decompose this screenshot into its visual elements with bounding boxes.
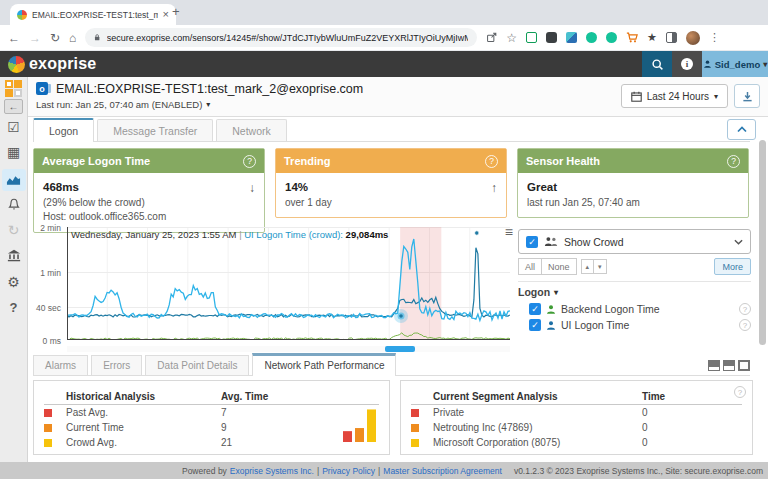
tab-message-transfer[interactable]: Message Transfer — [97, 119, 213, 141]
help-circle-icon[interactable]: ? — [739, 319, 751, 331]
sidebar-item-organization[interactable] — [0, 249, 27, 262]
tab-network-path-performance[interactable]: Network Path Performance — [252, 353, 396, 376]
series-label[interactable]: UI Logon Time — [561, 319, 629, 331]
dark-extension-icon[interactable] — [546, 32, 557, 43]
divider — [518, 281, 751, 282]
side-panel-icon[interactable] — [666, 32, 677, 43]
left-sidebar: ← ☑ ▦ ↻ ⚙ ? — [0, 77, 28, 462]
show-crowd-select[interactable]: ✓ Show Crowd — [518, 229, 751, 254]
person-icon — [546, 304, 556, 315]
series-group-logon[interactable]: Logon ▾ — [518, 286, 751, 298]
y-tick-label: 0 ms — [43, 336, 61, 346]
ui-logon-checkbox[interactable]: ✓ — [529, 319, 541, 331]
table-row: Private 0 — [411, 405, 742, 420]
y-tick-label: 40 sec — [36, 303, 61, 313]
row-value: 0 — [642, 407, 742, 418]
panel-half-icon[interactable] — [723, 360, 735, 371]
tooltip-date: Wednesday, January 25, 2023 1:55 AM — [71, 229, 236, 240]
help-circle-icon[interactable]: ? — [739, 303, 751, 315]
sidebar-item-settings[interactable]: ⚙ — [0, 275, 27, 289]
series-row-backend: ✓ Backend Logon Time ? — [518, 301, 751, 317]
sidebar-item-help[interactable]: ? — [0, 301, 27, 314]
browser-toolbar: ← → ↻ ⌂ secure.exoprise.com/sensors/1424… — [0, 25, 768, 51]
footer-link-privacy[interactable]: Privacy Policy — [322, 466, 375, 476]
last-run-text: Last run: Jan 25, 07:40 am (ENABLED) — [36, 99, 202, 110]
user-menu[interactable]: Sid_demo ▾ — [702, 51, 768, 77]
share-icon[interactable] — [486, 32, 497, 43]
browser-menu-icon[interactable]: ⋮ — [709, 31, 720, 44]
bookmark-star-icon[interactable]: ☆ — [506, 32, 517, 44]
sync-icon: ↻ — [8, 223, 20, 237]
select-all-button[interactable]: All — [518, 258, 542, 275]
sidebar-item-tasks[interactable]: ☑ — [0, 120, 27, 134]
address-bar[interactable]: secure.exoprise.com/sensors/14245#/show/… — [85, 28, 477, 47]
cart-extension-icon[interactable] — [626, 32, 638, 43]
profile-avatar[interactable] — [686, 31, 700, 45]
row-label: Past Avg. — [66, 407, 221, 418]
show-crowd-checkbox[interactable]: ✓ — [526, 236, 538, 248]
star-extension-icon[interactable]: ★ — [647, 32, 657, 43]
sidebar-item-alarms[interactable] — [0, 197, 27, 212]
color-extension-icon[interactable] — [566, 32, 577, 43]
chart-plot-area[interactable] — [67, 227, 510, 340]
footer-version: v0.1.2.3 © 2023 Exoprise Systems Inc., S… — [514, 466, 763, 476]
series-label[interactable]: Backend Logon Time — [561, 303, 660, 315]
close-tab-icon[interactable]: × — [163, 9, 169, 20]
tab-logon[interactable]: Logon — [33, 118, 94, 142]
chart-menu-icon[interactable]: ≡ — [505, 225, 513, 239]
forward-icon[interactable]: → — [29, 32, 41, 44]
select-none-button[interactable]: None — [541, 258, 577, 275]
green-extension-icon[interactable] — [586, 32, 597, 43]
browser-tab[interactable]: EMAIL:EOXPRISE-TEST1:test_mar × — [10, 4, 176, 25]
help-circle-icon[interactable]: ? — [243, 155, 256, 168]
more-button[interactable]: More — [714, 258, 751, 275]
panel-full-icon[interactable] — [738, 360, 750, 371]
help-circle-icon[interactable]: ? — [727, 155, 740, 168]
footer-link-msa[interactable]: Master Subscription Agreement — [383, 466, 502, 476]
app-header: exoprise i Sid_demo ▾ — [0, 51, 768, 77]
move-down-button[interactable]: ▾ — [593, 259, 607, 274]
sensor-last-run[interactable]: Last run: Jan 25, 07:40 am (ENABLED) ▾ — [36, 99, 210, 110]
tooltip-value: 29,084ms — [346, 229, 389, 240]
sidebar-item-sync[interactable]: ↻ — [0, 223, 27, 237]
series-row-ui-logon: ✓ UI Logon Time ? — [518, 317, 751, 333]
new-tab-button[interactable]: + — [172, 4, 180, 19]
table-row: Current Time 9 — [44, 420, 379, 435]
download-button[interactable] — [734, 84, 760, 108]
sidebar-item-sensors-active[interactable] — [0, 169, 27, 191]
panel-small-icon[interactable] — [708, 360, 720, 371]
back-icon[interactable]: ← — [8, 32, 20, 44]
backend-checkbox[interactable]: ✓ — [529, 303, 541, 315]
historical-analysis-panel: Historical Analysis Avg. Time Past Avg. … — [33, 380, 390, 455]
sidebar-item-dashboard[interactable]: ▦ — [0, 145, 27, 159]
page-scrollbar-thumb[interactable] — [759, 140, 766, 345]
card-title: Average Logon Time — [42, 155, 150, 167]
series-group-label: Logon — [518, 286, 550, 298]
help-icon: ? — [10, 301, 18, 314]
footer-link-company[interactable]: Exoprise Systems Inc. — [230, 466, 314, 476]
footer-separator: | — [378, 466, 380, 476]
time-range-button[interactable]: Last 24 Hours ▾ — [621, 84, 728, 108]
url-text: secure.exoprise.com/sensors/14245#/show/… — [107, 33, 469, 43]
panel-size-controls — [708, 360, 750, 375]
screenshot-extension-icon[interactable] — [526, 32, 537, 43]
segment-analysis-panel: ? Current Segment Analysis Time Private … — [400, 380, 753, 455]
move-up-button[interactable]: ▴ — [581, 259, 595, 274]
card-title: Trending — [284, 155, 330, 167]
tab-network[interactable]: Network — [216, 119, 287, 141]
tab-alarms[interactable]: Alarms — [33, 355, 88, 375]
collapse-panel-button[interactable] — [727, 119, 756, 140]
home-icon[interactable]: ⌂ — [69, 32, 76, 44]
sidebar-back-button[interactable]: ← — [0, 99, 27, 114]
exoprise-logo[interactable]: exoprise — [8, 55, 96, 73]
tab-errors[interactable]: Errors — [91, 355, 142, 375]
swatch-icon — [44, 424, 52, 432]
search-button[interactable] — [642, 51, 672, 77]
help-circle-icon[interactable]: ? — [485, 155, 498, 168]
info-button[interactable]: i — [672, 51, 702, 77]
tab-data-point-details[interactable]: Data Point Details — [145, 355, 249, 375]
reload-icon[interactable]: ↻ — [50, 32, 60, 44]
sidebar-item-logo[interactable] — [0, 80, 27, 97]
row-label: Microsoft Corporation (8075) — [433, 437, 642, 448]
green-extension-2-icon[interactable] — [606, 32, 617, 43]
